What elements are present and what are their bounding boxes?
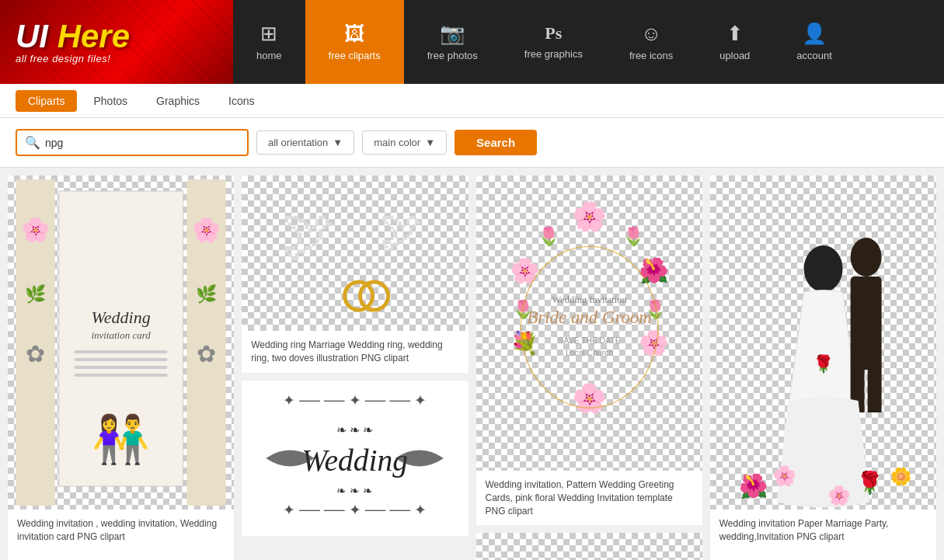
gallery-img-2: 🕊 🕊 [242,176,468,331]
gallery-col-2: 🕊 🕊 Wedding ring Marriage Wedding ring, … [242,176,468,560]
svg-text:Bride and Groom: Bride and Groom [527,308,652,327]
gallery: 🌸 🌿 ✿ 🌸 🌿 ✿ 🕯 Wedding invitation card [0,168,944,560]
svg-text:❧ ❧ ❧: ❧ ❧ ❧ [336,423,373,436]
svg-rect-16 [75,374,168,377]
home-icon: ⊞ [260,23,277,43]
nav-photos-label: free photos [427,50,478,61]
svg-text:🌸: 🌸 [509,256,539,285]
gallery-caption-1: Wedding invitation , wedding invitation,… [8,510,234,551]
svg-text:🌷: 🌷 [622,225,645,247]
color-chevron-icon: ▼ [425,137,435,148]
gallery-item-5[interactable]: ❧ ❧ ❧ Wedding ❧ ❧ ❧ ✦ ── ── ✦ ── ── ✦ ✦ … [242,381,468,536]
svg-rect-47 [850,277,881,370]
svg-text:invitation card: invitation card [91,329,151,341]
gallery-col-3: 🌸 🌺 🌸 🌸 💐 🌸 🌷 🌷 🌷 🌷 Wedding Invitation B… [476,176,702,560]
svg-text:🌺: 🌺 [739,472,768,500]
svg-text:✦ ── ── ✦ ── ── ✦: ✦ ── ── ✦ ── ── ✦ [283,501,427,517]
svg-text:🌸: 🌸 [772,464,797,488]
nav-account-label: account [796,50,832,61]
cliparts-icon: 🖼 [344,23,364,43]
color-label: main color [374,137,420,148]
gallery-caption-3: Wedding invitation, Pattern Wedding Gree… [476,471,702,525]
subnav-cliparts[interactable]: Cliparts [16,90,77,112]
svg-text:✿: ✿ [26,341,45,367]
svg-text:🌿: 🌿 [196,283,218,304]
gallery-img-5: ❧ ❧ ❧ Wedding ❧ ❧ ❧ ✦ ── ── ✦ ── ── ✦ ✦ … [242,381,468,536]
logo-area: UI Here all free design files! [0,0,233,84]
orientation-dropdown[interactable]: all orientation ▼ [256,130,354,155]
svg-text:Local Church: Local Church [566,349,613,357]
nav-items: ⊞ home 🖼 free cliparts 📷 free photos Ps … [233,0,944,84]
color-dropdown[interactable]: main color ▼ [362,130,447,155]
svg-point-45 [803,245,842,292]
search-bar: 🔍 all orientation ▼ main color ▼ Search [0,118,944,168]
nav-home[interactable]: ⊞ home [233,0,305,84]
photos-icon: 📷 [440,23,465,43]
svg-text:🕊: 🕊 [380,207,423,255]
svg-rect-13 [75,350,168,353]
gallery-item-4[interactable]: 2482x3510 px 🌺 🌸 🌹 🌼 🌸 [710,176,936,560]
nav-upload-label: upload [719,50,750,61]
logo-main: UI Here [16,20,130,53]
gallery-item-3[interactable]: 🌸 🌺 🌸 🌸 💐 🌸 🌷 🌷 🌷 🌷 Wedding Invitation B… [476,176,702,525]
nav-upload[interactable]: ⬆ upload [696,0,773,84]
svg-text:Wedding Invitation: Wedding Invitation [552,294,627,305]
search-input[interactable] [45,137,239,149]
svg-text:🌼: 🌼 [890,466,912,487]
gallery-item-1[interactable]: 🌸 🌿 ✿ 🌸 🌿 ✿ 🕯 Wedding invitation card [8,176,234,560]
svg-rect-14 [75,358,168,361]
svg-text:Wedding: Wedding [92,308,151,327]
gallery-img-3: 🌸 🌺 🌸 🌸 💐 🌸 🌷 🌷 🌷 🌷 Wedding Invitation B… [476,176,702,471]
svg-text:✿: ✿ [197,341,216,367]
svg-text:🌺: 🌺 [639,256,669,285]
svg-point-46 [850,238,881,277]
orientation-label: all orientation [268,137,328,148]
upload-icon: ⬆ [726,23,744,43]
nav-icons-label: free icons [629,50,673,61]
search-button[interactable]: Search [455,130,537,155]
svg-text:✦ ── ── ✦ ── ── ✦: ✦ ── ── ✦ ── ── ✦ [283,392,427,409]
account-icon: 👤 [802,23,827,43]
svg-text:🕊: 🕊 [281,204,336,265]
subnav-graphics[interactable]: Graphics [144,90,212,112]
logo-sub: all free design files! [16,53,130,64]
nav-cliparts-label: free cliparts [329,50,381,61]
nav-free-graphics[interactable]: Ps free graphics [501,0,606,84]
orientation-chevron-icon: ▼ [333,137,343,148]
svg-text:🌷: 🌷 [538,225,560,247]
icons-icon: ☺ [641,23,662,43]
sub-nav: Cliparts Photos Graphics Icons [0,84,944,118]
nav-free-photos[interactable]: 📷 free photos [404,0,501,84]
svg-rect-49 [867,366,881,412]
graphics-icon: Ps [545,25,562,42]
svg-text:🌸: 🌸 [572,200,608,234]
nav-home-label: home [256,50,282,61]
gallery-item-2[interactable]: 🕊 🕊 Wedding ring Marriage Wedding ring, … [242,176,468,373]
subnav-icons[interactable]: Icons [216,90,266,112]
svg-text:SAVE THE DATE: SAVE THE DATE [558,336,620,345]
nav-free-icons[interactable]: ☺ free icons [606,0,696,84]
svg-text:🌸: 🌸 [827,484,850,506]
search-input-wrapper[interactable]: 🔍 [16,129,249,156]
nav-graphics-label: free graphics [524,48,583,60]
svg-text:🌸: 🌸 [21,216,51,244]
svg-text:🌹: 🌹 [856,470,883,496]
svg-text:Wedding: Wedding [301,443,408,477]
header: UI Here all free design files! ⊞ home 🖼 … [0,0,944,84]
nav-account[interactable]: 👤 account [773,0,855,84]
svg-text:🌸: 🌸 [572,381,608,416]
gallery-caption-2: Wedding ring Marriage Wedding ring, wedd… [242,331,468,373]
svg-text:🌸: 🌸 [192,216,221,244]
nav-free-cliparts[interactable]: 🖼 free cliparts [305,0,404,84]
svg-text:❧ ❧ ❧: ❧ ❧ ❧ [337,484,373,496]
gallery-item-6[interactable]: 👗 🤵 🌸 [476,533,702,560]
svg-text:🌹: 🌹 [813,353,834,374]
gallery-img-1: 🌸 🌿 ✿ 🌸 🌿 ✿ 🕯 Wedding invitation card [8,176,234,510]
subnav-photos[interactable]: Photos [81,90,140,112]
gallery-img-6: 👗 🤵 🌸 [476,533,702,560]
logo-text: UI Here all free design files! [16,20,130,64]
search-icon: 🔍 [25,135,40,150]
svg-text:👫: 👫 [92,412,150,467]
gallery-caption-4: Wedding invitation Paper Marriage Party,… [710,510,936,551]
svg-rect-15 [75,366,168,369]
